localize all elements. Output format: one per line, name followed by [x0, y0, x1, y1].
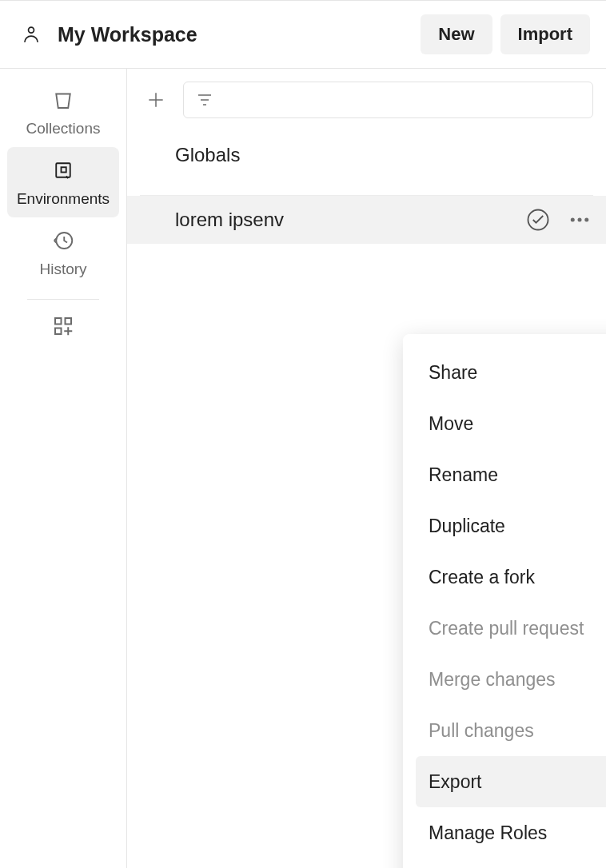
- svg-point-0: [29, 27, 34, 33]
- menu-label: Pull changes: [429, 720, 606, 742]
- svg-point-9: [578, 218, 582, 222]
- menu-label: Create pull request: [429, 618, 606, 639]
- main-panel: Globals lorem ipsenv: [127, 69, 606, 868]
- svg-rect-6: [55, 328, 62, 335]
- menu-item-export[interactable]: Export: [416, 756, 606, 807]
- menu-item-duplicate[interactable]: Duplicate ⌘D: [416, 500, 606, 551]
- environments-topbar: [127, 69, 606, 118]
- sidebar: Collections Environments History: [0, 69, 127, 868]
- filter-icon: [195, 90, 214, 109]
- new-button[interactable]: New: [421, 14, 492, 54]
- menu-label: Create a fork: [429, 567, 606, 588]
- menu-item-pull-changes: Pull changes: [416, 705, 606, 756]
- svg-point-10: [584, 218, 588, 222]
- import-button[interactable]: Import: [500, 14, 590, 54]
- environment-name: lorem ipsenv: [175, 209, 526, 231]
- menu-label: Duplicate: [429, 516, 606, 537]
- menu-item-rename[interactable]: Rename ⌘E: [416, 449, 606, 500]
- sidebar-item-label: Collections: [26, 120, 101, 137]
- menu-label: Export: [429, 771, 606, 793]
- menu-label: Move: [429, 413, 606, 435]
- create-environment-button[interactable]: [140, 84, 172, 116]
- filter-input[interactable]: [183, 82, 593, 118]
- menu-item-create-pull-request: Create pull request: [416, 603, 606, 654]
- menu-label: Merge changes: [429, 669, 606, 691]
- environments-list: Globals lorem ipsenv: [127, 144, 606, 244]
- configure-sidebar-icon[interactable]: [51, 314, 75, 338]
- person-icon: [21, 24, 42, 45]
- svg-rect-2: [62, 167, 66, 172]
- menu-item-create-fork[interactable]: Create a fork ⌥⌘F: [416, 551, 606, 603]
- workspace-title: My Workspace: [58, 23, 413, 46]
- sidebar-item-label: Environments: [17, 190, 110, 208]
- menu-item-share[interactable]: Share: [416, 347, 606, 398]
- environment-row[interactable]: lorem ipsenv: [127, 196, 606, 244]
- sidebar-item-history[interactable]: History: [7, 217, 119, 288]
- history-icon: [51, 229, 75, 253]
- sidebar-divider: [27, 299, 99, 300]
- more-options-icon[interactable]: [568, 208, 592, 232]
- menu-item-delete[interactable]: Delete: [416, 858, 606, 868]
- globals-row[interactable]: Globals: [127, 144, 606, 166]
- environment-context-menu: Share Move Rename ⌘E Duplicate ⌘D Create…: [403, 334, 606, 868]
- menu-label: Share: [429, 362, 606, 384]
- menu-label: Manage Roles: [429, 822, 606, 844]
- menu-item-merge-changes: Merge changes: [416, 654, 606, 705]
- sidebar-item-environments[interactable]: Environments: [7, 147, 119, 217]
- sidebar-item-label: History: [39, 261, 86, 278]
- svg-rect-5: [66, 318, 72, 325]
- active-check-icon[interactable]: [526, 208, 550, 232]
- collections-icon: [51, 88, 75, 112]
- environments-icon: [51, 158, 75, 182]
- menu-label: Rename: [429, 464, 606, 486]
- svg-rect-1: [56, 163, 70, 177]
- sidebar-item-collections[interactable]: Collections: [7, 77, 119, 147]
- svg-rect-4: [55, 318, 62, 325]
- workspace-header: My Workspace New Import: [0, 0, 606, 69]
- svg-point-8: [571, 218, 575, 222]
- menu-item-move[interactable]: Move: [416, 398, 606, 449]
- menu-item-manage-roles[interactable]: Manage Roles: [416, 807, 606, 858]
